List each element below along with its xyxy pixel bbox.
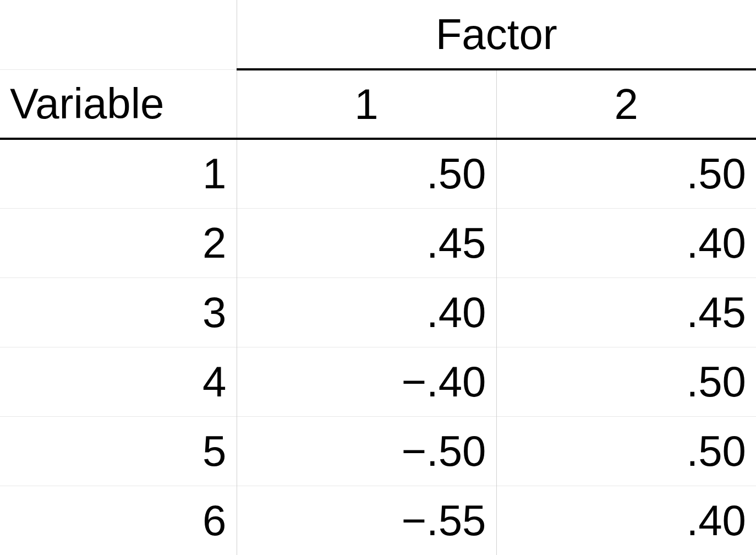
cell-variable: 4 [0, 347, 237, 416]
cell-factor1: −.50 [237, 416, 496, 486]
table-row: 3 .40 .45 [0, 278, 756, 347]
cell-variable: 5 [0, 416, 237, 486]
cell-variable: 1 [0, 139, 237, 208]
cell-factor1: .40 [237, 278, 496, 347]
table-row: 4 −.40 .50 [0, 347, 756, 416]
cell-factor2: .40 [496, 208, 756, 278]
header-blank-cell [0, 0, 237, 69]
cell-factor1: −.40 [237, 347, 496, 416]
cell-variable: 6 [0, 486, 237, 555]
table-row: 6 −.55 .40 [0, 486, 756, 555]
header-spanner-factor: Factor [237, 0, 756, 69]
cell-factor2: .50 [496, 139, 756, 208]
cell-factor2: .45 [496, 278, 756, 347]
factor-loadings-table: Factor Variable 1 2 1 .50 .50 2 .45 .40 … [0, 0, 756, 555]
cell-factor1: .45 [237, 208, 496, 278]
cell-factor2: .50 [496, 416, 756, 486]
cell-factor2: .50 [496, 347, 756, 416]
cell-factor1: .50 [237, 139, 496, 208]
table-row: 1 .50 .50 [0, 139, 756, 208]
cell-factor1: −.55 [237, 486, 496, 555]
header-variable-label: Variable [0, 69, 237, 139]
factor-loadings-table-container: Factor Variable 1 2 1 .50 .50 2 .45 .40 … [0, 0, 756, 555]
table-header-row-columns: Variable 1 2 [0, 69, 756, 139]
cell-factor2: .40 [496, 486, 756, 555]
header-factor-2: 2 [496, 69, 756, 139]
table-row: 5 −.50 .50 [0, 416, 756, 486]
cell-variable: 3 [0, 278, 237, 347]
table-header-row-spanner: Factor [0, 0, 756, 69]
table-row: 2 .45 .40 [0, 208, 756, 278]
header-factor-1: 1 [237, 69, 496, 139]
cell-variable: 2 [0, 208, 237, 278]
